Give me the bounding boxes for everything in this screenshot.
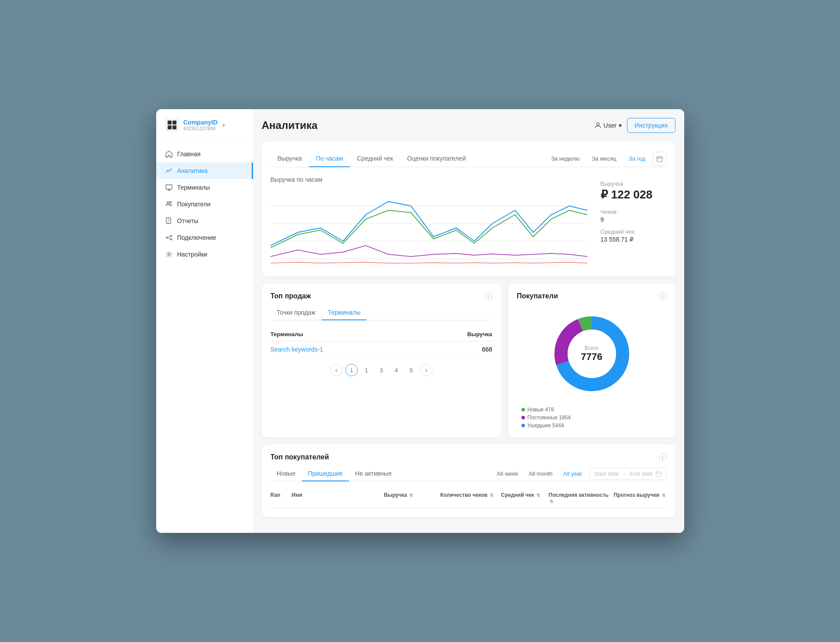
chart-svg-container <box>271 188 587 268</box>
svg-point-15 <box>597 123 599 125</box>
revenue-sort-icon[interactable]: ⇅ <box>409 493 413 498</box>
page-1b-button[interactable]: 1 <box>360 364 373 376</box>
period-year[interactable]: За год <box>624 153 651 165</box>
next-page-button[interactable]: › <box>420 364 433 376</box>
legend-gone: Ушедшие 5444 <box>521 422 571 429</box>
col-last-activity: Последняя активность ⇅ <box>549 492 610 504</box>
top-sales-info-icon[interactable]: i <box>484 292 492 300</box>
sidebar-logo[interactable]: CompanyID 432351237890 ▾ <box>156 118 253 141</box>
tab-avg-check[interactable]: Средний чек <box>350 150 400 167</box>
buyers-tab-arrived[interactable]: Пришедшие <box>302 466 349 481</box>
main-header: Аналитика User ▾ Инструкция <box>262 118 675 133</box>
col-revenue-label: Выручка <box>467 331 492 338</box>
period-tabs: За неделю За месяц За год <box>546 152 666 166</box>
tab-revenue[interactable]: Выручка <box>271 150 309 167</box>
revenue-value: ₽ 122 028 <box>601 188 667 202</box>
legend-gone-label: Ушедшие 5444 <box>528 422 564 429</box>
buyers-year-btn[interactable]: All year <box>560 469 586 479</box>
svg-point-9 <box>166 237 167 238</box>
buyers-tab-new[interactable]: Новые <box>271 466 302 481</box>
analytics-icon <box>165 167 173 175</box>
svg-rect-0 <box>166 185 172 189</box>
chart-stats: Выручка ₽ 122 028 Чеков: 9 Средний чек: … <box>596 176 667 268</box>
buyers-tab-inactive[interactable]: Не активные <box>349 466 398 481</box>
sidebar-item-terminals[interactable]: Терминалы <box>156 179 253 196</box>
avg-sort-icon[interactable]: ⇅ <box>536 493 540 498</box>
analytics-tabs: Выручка По часам Средний чек Оценки поку… <box>271 150 667 167</box>
svg-point-11 <box>170 239 172 240</box>
sidebar-item-analytics[interactable]: Аналитика <box>156 162 253 179</box>
user-label: User <box>604 122 617 129</box>
period-week[interactable]: За неделю <box>546 153 585 165</box>
activity-sort-icon[interactable]: ⇅ <box>550 499 553 504</box>
company-id: 432351237890 <box>183 126 218 131</box>
calendar-button[interactable] <box>653 152 667 166</box>
forecast-sort-icon[interactable]: ⇅ <box>662 493 665 498</box>
sales-tab-terminals[interactable]: Терминалы <box>322 305 367 320</box>
chart-area: Выручка по часам <box>271 176 587 268</box>
donut-chart: Всего 7776 <box>548 310 636 398</box>
page-4-button[interactable]: 4 <box>390 364 403 376</box>
calendar-icon <box>657 156 663 162</box>
customers-title: Покупатели <box>517 292 558 300</box>
legend-new-label: Новые 478 <box>528 407 554 413</box>
period-month[interactable]: За месяц <box>587 153 622 165</box>
connect-icon <box>165 234 173 242</box>
end-date-placeholder: End date <box>630 470 653 477</box>
svg-line-13 <box>167 238 170 239</box>
instruction-button[interactable]: Инструкция <box>627 118 675 133</box>
buyers-week-btn[interactable]: All week <box>493 469 521 479</box>
svg-point-14 <box>168 253 170 256</box>
user-icon <box>594 122 602 129</box>
avg-check-value: 13 558.71 ₽ <box>601 236 667 243</box>
sidebar-item-settings[interactable]: Настройки <box>156 246 253 263</box>
donut-container: Всего 7776 Новые 478 Постоянные 1854 <box>517 305 667 429</box>
tab-ratings[interactable]: Оценки покупателей <box>400 150 473 167</box>
top-sales-card: Топ продаж i Точки продаж Терминалы Терм… <box>262 283 501 437</box>
checks-sort-icon[interactable]: ⇅ <box>490 493 493 498</box>
buyers-table-header: Ran Имя Выручка ⇅ Количество чеков ⇅ Сре… <box>271 488 667 508</box>
top-sales-title: Топ продаж <box>271 292 311 300</box>
terminal-name[interactable]: Search keywords-1 <box>271 346 323 353</box>
date-range-input[interactable]: Start date → End date <box>589 468 666 480</box>
legend-regular: Постоянные 1854 <box>521 415 571 421</box>
page-1-button[interactable]: 1 <box>345 364 358 376</box>
buyers-month-btn[interactable]: All month <box>525 469 556 479</box>
col-forecast: Прогноз выручки ⇅ <box>614 492 667 504</box>
buyers-period: All week All month All year Start date →… <box>493 468 666 480</box>
sales-tab-points[interactable]: Точки продаж <box>271 305 322 320</box>
col-checks: Количество чеков ⇅ <box>440 492 498 504</box>
sidebar-item-customers[interactable]: Покупатели <box>156 196 253 213</box>
top-buyers-info-icon[interactable]: i <box>659 453 667 461</box>
start-date-placeholder: Start date <box>594 470 619 477</box>
col-name: Имя <box>292 492 381 504</box>
donut-total-label: Всего <box>581 345 602 351</box>
tab-by-hour[interactable]: По часам <box>309 150 350 167</box>
sales-table-row: Search keywords-1 668 <box>271 341 492 358</box>
sidebar-item-home[interactable]: Главная <box>156 146 253 162</box>
svg-line-12 <box>167 236 170 238</box>
svg-point-10 <box>170 235 172 237</box>
page-5-button[interactable]: 5 <box>405 364 418 376</box>
dropdown-arrow-icon: ▾ <box>223 123 225 128</box>
col-revenue: Выручка ⇅ <box>384 492 437 504</box>
sidebar-item-reports[interactable]: Отчеты <box>156 213 253 229</box>
logo-text: CompanyID 432351237890 <box>183 119 218 131</box>
sales-table-header: Терминалы Выручка <box>271 327 492 341</box>
revenue-label: Выручка <box>601 180 667 187</box>
page-3-button[interactable]: 3 <box>375 364 388 376</box>
chart-section: Выручка по часам <box>271 176 667 268</box>
terminals-icon <box>165 183 173 191</box>
legend-regular-dot <box>521 416 525 419</box>
legend-new: Новые 478 <box>521 407 571 413</box>
customers-icon <box>165 200 173 208</box>
terminal-revenue: 668 <box>482 346 492 353</box>
svg-rect-16 <box>657 157 662 161</box>
checks-value: 9 <box>601 216 667 223</box>
prev-page-button[interactable]: ‹ <box>330 364 343 376</box>
donut-total-value: 7776 <box>581 351 602 363</box>
legend-new-dot <box>521 408 525 411</box>
sidebar-item-connect[interactable]: Подключение <box>156 229 253 246</box>
customers-info-icon[interactable]: i <box>659 292 667 300</box>
user-button[interactable]: User ▾ <box>594 122 622 129</box>
